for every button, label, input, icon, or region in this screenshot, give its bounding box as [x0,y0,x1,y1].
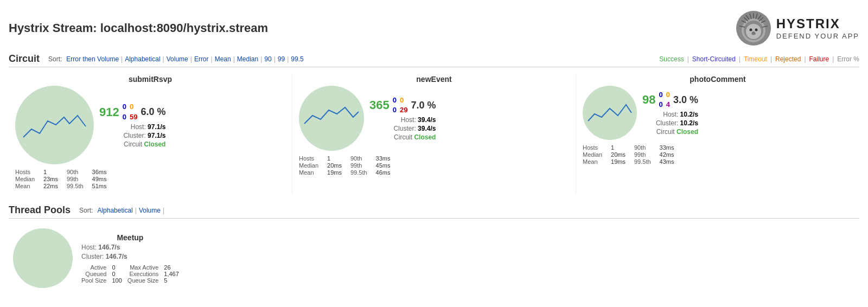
p99-submitrsvp: 49ms [92,176,107,182]
thread-sort-links: Alphabetical | Volume | [97,207,167,214]
cluster-rate-newevent: Cluster: 39.4/s [369,125,436,132]
svg-point-14 [749,29,752,31]
circuit-name-newevent: newEvent [299,75,569,84]
legend-short-circuited: Short-Circuited [692,55,736,63]
thread-card-meetup: Meetup Host: 146.7/s Cluster: 146.7/s Ac… [9,224,183,292]
logo-name: HYSTRIX [776,16,859,32]
legend-failure: Failure [809,55,829,63]
count-timeout-photocomment: 0 [666,90,670,100]
sort-90[interactable]: 90 [264,55,271,63]
circuit-stats-submitrsvp: 912 0 0 0 59 6.0 % Host: 97.1/s Cluster:… [99,102,165,148]
thread-section-header: Thread Pools Sort: Alphabetical | Volume… [9,204,859,219]
p99-photocomment: 42ms [660,151,674,158]
legend-success: Success [659,55,684,63]
thread-bubble-meetup [13,228,73,288]
circuit-legend: Success | Short-Circuited | Timeout | Re… [659,55,859,63]
circuit-stats-newevent: 365 0 0 0 29 7.0 % Host: 39.4/s Cluster:… [369,95,436,141]
count-main-newevent: 365 [369,98,390,112]
p995-newevent: 46ms [376,169,391,176]
count-mid-photocomment: 0 [659,100,662,110]
host-rate-photocomment: Host: 10.2/s [642,111,698,118]
cluster-rate-photocomment: Cluster: 10.2/s [642,119,698,127]
circuit-stats-photocomment: 98 0 0 0 4 3.0 % Host: 10.2/s Cluster: 1… [642,90,698,136]
p90-submitrsvp: 36ms [92,169,107,175]
sort-error-volume[interactable]: Error then Volume [66,55,119,63]
svg-line-10 [750,14,751,19]
thread-queue-size: 5 [164,277,179,284]
thread-sort-volume[interactable]: Volume [139,207,161,214]
thread-name-meetup: Meetup [81,233,179,242]
hosts-photocomment: 1 [611,144,626,151]
svg-line-7 [742,21,746,23]
circuit-bottom-submitrsvp: Hosts Median Mean 1 23ms 22ms 90th 99th … [15,169,285,189]
thread-sort-label: Sort: [79,207,93,214]
count-main-photocomment: 98 [642,93,655,107]
circuit-title: Circuit [9,53,40,65]
circuit-name-photocomment: photoComment [583,75,853,84]
circuit-sort-links: Error then Volume | Alphabetical | Volum… [66,55,303,63]
svg-line-3 [758,15,761,20]
circuit-card-submitrsvp: submitRsvp 912 0 0 0 59 [9,73,292,194]
logo-area: HYSTRIX Defend Your App [736,11,859,46]
thread-host-rate-meetup: Host: 146.7/s [81,244,179,251]
cluster-rate-submitrsvp: Cluster: 97.1/s [99,132,165,139]
svg-line-6 [746,15,749,20]
circuit-sort-label: Sort: [48,55,62,63]
mean-photocomment: 19ms [611,158,626,165]
median-newevent: 20ms [327,162,342,169]
thread-sort-alphabetical[interactable]: Alphabetical [97,207,132,214]
hosts-submitrsvp: 1 [43,169,58,175]
host-rate-newevent: Host: 39.4/s [369,116,436,124]
page-header: Hystrix Stream: localhost:8090/hystrix.s… [9,5,859,53]
host-rate-submitrsvp: Host: 97.1/s [99,123,165,131]
pct-newevent: 7.0 % [411,100,436,111]
svg-line-9 [756,14,757,19]
svg-point-17 [752,31,755,35]
count-mid-submitrsvp: 0 [123,112,126,122]
mean-newevent: 19ms [327,169,342,176]
thread-section: Thread Pools Sort: Alphabetical | Volume… [9,204,859,292]
circuit-bubble-newevent [299,86,364,151]
thread-cluster-rate-meetup: Cluster: 146.7/s [81,253,179,260]
p995-photocomment: 43ms [660,158,674,165]
svg-line-12 [744,17,748,21]
svg-point-15 [755,29,757,31]
sort-alphabetical[interactable]: Alphabetical [125,55,160,63]
count-timeout-submitrsvp: 0 [130,102,137,112]
page-title: Hystrix Stream: localhost:8090/hystrix.s… [9,21,268,35]
p995-submitrsvp: 51ms [92,183,107,189]
thread-metrics-meetup: Active 0 Max Active 26 Queued 0 Executio… [81,264,179,284]
circuit-bubble-submitrsvp [15,86,94,164]
thread-queued: 0 [112,271,122,277]
sort-99[interactable]: 99 [278,55,285,63]
circuit-card-photocomment: photoComment 98 0 0 0 4 [576,73,859,194]
count-bot-newevent: 29 [400,105,407,115]
sort-volume[interactable]: Volume [167,55,188,63]
svg-line-11 [759,17,763,21]
count-timeout-newevent: 0 [400,95,407,105]
count-main-submitrsvp: 912 [99,105,119,119]
logo-tagline: Defend Your App [776,32,859,41]
thread-active: 0 [112,264,122,271]
logo-icon [736,11,771,46]
count-bot-photocomment: 4 [666,100,670,110]
thread-pool-size: 100 [112,277,122,284]
sort-mean[interactable]: Mean [215,55,231,63]
sort-error[interactable]: Error [194,55,209,63]
sort-median[interactable]: Median [237,55,258,63]
circuit-name-submitrsvp: submitRsvp [15,75,285,84]
circuit-bottom-photocomment: Hosts Median Mean 1 20ms 19ms 90th 99th … [583,144,853,165]
thread-max-active: 26 [164,264,179,271]
sort-995[interactable]: 99.5 [291,55,303,63]
thread-title: Thread Pools [9,204,71,216]
count-top-newevent: 0 [393,95,397,105]
circuit-bubble-photocomment [583,86,637,140]
circuit-card-newevent: newEvent 365 0 0 0 29 7. [292,73,576,194]
mean-submitrsvp: 22ms [43,183,58,189]
hosts-newevent: 1 [327,155,342,162]
legend-timeout: Timeout [744,55,767,63]
svg-line-4 [761,21,765,23]
p90-photocomment: 33ms [660,144,674,151]
pct-submitrsvp: 6.0 % [141,106,165,118]
count-bot-submitrsvp: 59 [130,112,137,122]
